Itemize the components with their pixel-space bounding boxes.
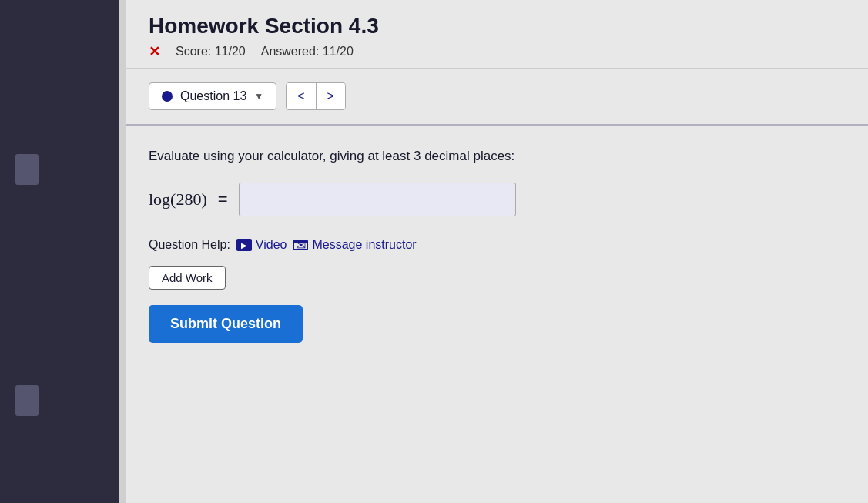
video-icon: ▶ [236, 239, 252, 251]
close-icon[interactable]: ✕ [149, 43, 160, 60]
score-label: Score: 11/20 [176, 45, 246, 59]
question-selector[interactable]: Question 13 ▼ [149, 82, 276, 110]
question-dot [162, 91, 173, 102]
answered-label: Answered: 11/20 [261, 45, 354, 59]
prev-question-button[interactable]: < [287, 83, 316, 109]
add-work-row: Add Work [149, 263, 845, 290]
sidebar-icon-2 [15, 385, 39, 416]
equals-sign: = [218, 189, 228, 210]
add-work-button[interactable]: Add Work [149, 266, 226, 290]
nav-buttons: < > [286, 82, 346, 110]
help-label: Question Help: [149, 238, 230, 252]
help-row: Question Help: ▶ Video ✉ Message instruc… [149, 238, 845, 252]
question-instruction: Evaluate using your calculator, giving a… [149, 149, 845, 164]
sidebar-icon-1 [15, 154, 39, 185]
answer-input[interactable] [239, 183, 516, 216]
video-label: Video [256, 238, 287, 252]
dropdown-arrow-icon: ▼ [254, 91, 263, 102]
header: Homework Section 4.3 ✕ Score: 11/20 Answ… [126, 0, 868, 69]
submit-question-button[interactable]: Submit Question [149, 305, 303, 343]
question-body: Evaluate using your calculator, giving a… [126, 126, 868, 358]
video-link[interactable]: ▶ Video [236, 238, 287, 252]
page-title: Homework Section 4.3 [149, 14, 845, 39]
main-content: Homework Section 4.3 ✕ Score: 11/20 Answ… [126, 0, 868, 503]
left-sidebar [0, 0, 119, 503]
math-expression: log(280) [149, 189, 207, 210]
question-label: Question 13 [180, 89, 246, 103]
math-row: log(280) = [149, 183, 845, 216]
next-question-button[interactable]: > [317, 83, 345, 109]
question-nav: Question 13 ▼ < > [126, 69, 868, 126]
mail-icon: ✉ [293, 240, 308, 250]
message-instructor-link[interactable]: ✉ Message instructor [293, 238, 416, 252]
header-meta: ✕ Score: 11/20 Answered: 11/20 [149, 43, 845, 60]
content-strip [119, 0, 126, 503]
message-label: Message instructor [312, 238, 416, 252]
